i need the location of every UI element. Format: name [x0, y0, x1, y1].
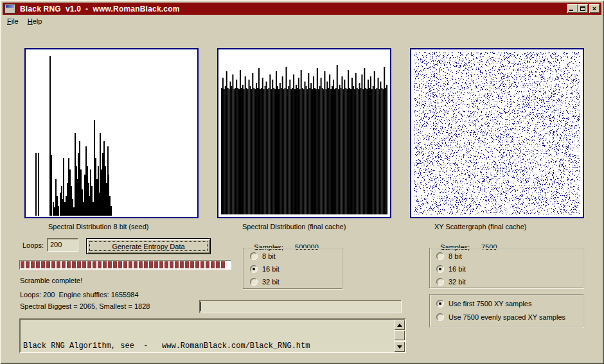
generate-entropy-button-label: Generate Entropy Data — [112, 243, 184, 250]
right-radio-32bit-label: 32 bit — [449, 278, 466, 286]
vertical-scrollbar[interactable] — [394, 320, 405, 352]
titlebar[interactable]: Black RNG v1.0 - www.RomanBlack.com × — [3, 3, 601, 15]
status-scramble: Scramble complete! — [20, 277, 82, 284]
loops-input[interactable]: 200 — [47, 238, 78, 252]
right-bit-groupbox: 8 bit 16 bit 32 bit — [429, 248, 583, 288]
status-loops-shuffles: Loops: 200 Engine shuffles: 1655984 — [20, 291, 139, 299]
mid-radio-16bit-label: 16 bit — [262, 265, 280, 273]
menu-help[interactable]: Help — [23, 16, 47, 26]
window-title: Black RNG v1.0 - www.RomanBlack.com — [20, 4, 180, 13]
radio-selected-icon[interactable] — [436, 265, 444, 273]
maximize-icon — [580, 6, 585, 11]
right-xy-groupbox: Use first 7500 XY samples Use 7500 evenl… — [429, 294, 583, 327]
radio-icon[interactable] — [250, 278, 258, 286]
final-spectral-label: Spectral Distribution (final cache) — [242, 223, 346, 230]
radio-use-evenly-spaced-xy[interactable]: Use 7500 evenly spaced XY samples — [436, 313, 565, 321]
seed-spectral-canvas — [26, 49, 197, 217]
seed-spectral-label: Spectral Distribution 8 bit (seed) — [48, 223, 149, 230]
seed-spectral-chart — [24, 48, 199, 218]
mid-radio-16bit[interactable]: 16 bit — [250, 265, 280, 273]
progress-bar — [19, 260, 231, 270]
loops-value: 200 — [50, 241, 62, 248]
close-icon: × — [592, 4, 596, 12]
output-line-1: Black RNG Algorithm, see - www.RomanBlac… — [23, 341, 393, 351]
right-radio-32bit[interactable]: 32 bit — [436, 278, 466, 286]
mid-radio-8bit-label: 8 bit — [262, 252, 276, 260]
algorithm-output-text: Black RNG Algorithm, see - www.RomanBlac… — [23, 320, 393, 353]
right-radio-16bit[interactable]: 16 bit — [436, 265, 466, 273]
arrow-down-icon — [397, 345, 402, 349]
mid-bit-groupbox: 8 bit 16 bit 32 bit — [243, 248, 342, 289]
app-window: Black RNG v1.0 - www.RomanBlack.com × Fi… — [0, 0, 604, 364]
final-spectral-chart — [217, 48, 391, 218]
text-caret — [200, 302, 201, 311]
right-radio-16bit-label: 16 bit — [449, 265, 466, 273]
radio-icon[interactable] — [250, 252, 258, 260]
radio-icon[interactable] — [436, 252, 444, 260]
radio-selected-icon[interactable] — [436, 300, 444, 308]
app-icon[interactable] — [4, 4, 15, 13]
titlebar-buttons: × — [566, 4, 600, 13]
app-icon-strip — [6, 5, 14, 8]
right-radio-8bit-label: 8 bit — [449, 252, 462, 260]
xy-scattergraph-canvas — [411, 49, 583, 217]
radio-icon[interactable] — [436, 278, 444, 286]
generate-entropy-button[interactable]: Generate Entropy Data — [86, 238, 211, 254]
mid-radio-8bit[interactable]: 8 bit — [250, 252, 276, 260]
menu-file-hotkey: F — [7, 17, 12, 25]
aux-output-field[interactable] — [199, 300, 402, 313]
radio-icon[interactable] — [436, 313, 444, 321]
maximize-button[interactable] — [578, 4, 588, 13]
menu-file-rest: ile — [12, 17, 19, 25]
status-spectral-range: Spectral Biggest = 2065, Smallest = 1828 — [20, 302, 150, 310]
algorithm-output-box[interactable]: Black RNG Algorithm, see - www.RomanBlac… — [19, 318, 406, 353]
scroll-up-button[interactable] — [394, 320, 405, 330]
scrollbar-thumb[interactable] — [394, 330, 405, 340]
loops-label: Loops: — [22, 241, 44, 249]
radio-selected-icon[interactable] — [250, 265, 258, 273]
radio-use-first-xy-label: Use first 7500 XY samples — [449, 300, 531, 308]
right-radio-8bit[interactable]: 8 bit — [436, 252, 462, 260]
menu-help-hotkey: H — [28, 17, 33, 25]
scroll-down-button[interactable] — [394, 342, 405, 352]
xy-scattergraph-label: XY Scattergraph (final cache) — [434, 223, 526, 230]
close-button[interactable]: × — [589, 4, 600, 13]
minimize-button[interactable] — [567, 4, 578, 13]
menu-file[interactable]: File — [3, 16, 23, 26]
mid-radio-32bit-label: 32 bit — [262, 278, 280, 286]
radio-use-first-xy[interactable]: Use first 7500 XY samples — [436, 300, 531, 308]
final-spectral-canvas — [218, 49, 390, 217]
radio-use-evenly-spaced-xy-label: Use 7500 evenly spaced XY samples — [449, 313, 565, 321]
xy-scattergraph-chart — [410, 48, 584, 218]
minimize-icon — [569, 10, 573, 11]
mid-radio-32bit[interactable]: 32 bit — [250, 278, 280, 286]
arrow-up-icon — [397, 324, 402, 327]
menu-help-rest: elp — [33, 17, 42, 25]
menubar: File Help — [3, 15, 601, 27]
